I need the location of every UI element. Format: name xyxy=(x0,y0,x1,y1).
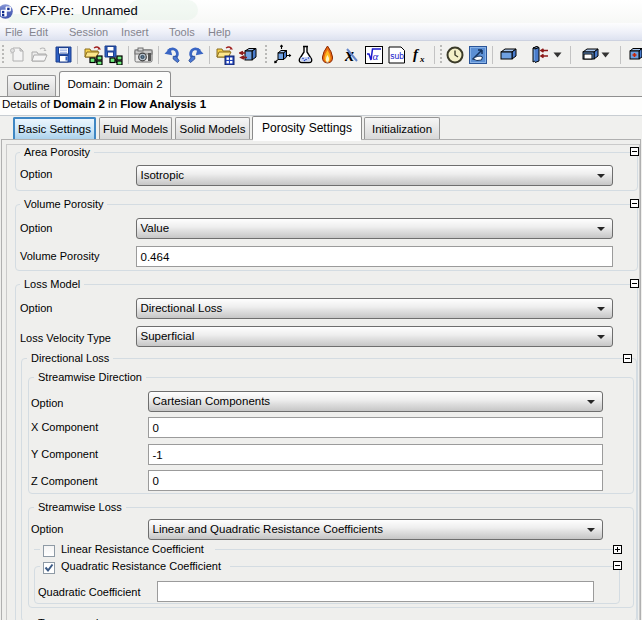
svg-text:sub: sub xyxy=(390,51,404,61)
svg-text:x: x xyxy=(419,54,425,64)
svg-text:f: f xyxy=(413,46,420,62)
svg-text:α: α xyxy=(373,50,379,62)
